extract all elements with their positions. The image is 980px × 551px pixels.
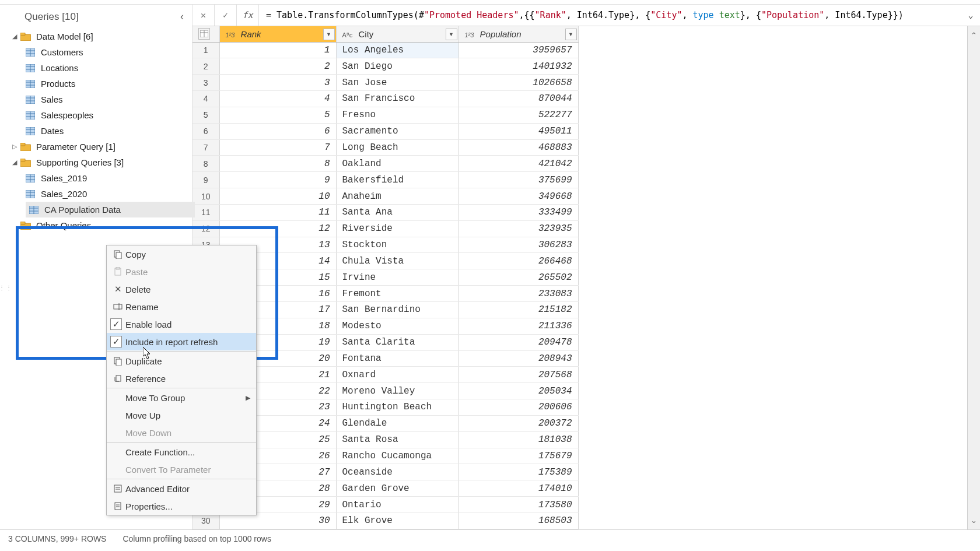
- query-sales[interactable]: Sales: [7, 92, 192, 107]
- cancel-formula-icon[interactable]: ✕: [192, 5, 215, 26]
- panel-grip-dots[interactable]: ⋮⋮: [0, 285, 13, 291]
- collapse-panel-icon[interactable]: ‹: [180, 10, 184, 23]
- table-row[interactable]: 4 4 San Francisco 870044: [192, 91, 578, 107]
- cell-city[interactable]: Oceanside: [336, 464, 459, 480]
- row-header[interactable]: 6: [192, 123, 219, 139]
- cell-city[interactable]: San Jose: [336, 75, 459, 91]
- cell-city[interactable]: Bakersfield: [336, 172, 459, 188]
- row-header[interactable]: 1: [192, 42, 219, 58]
- cell-city[interactable]: Elk Grove: [336, 513, 459, 529]
- column-filter-icon[interactable]: ▼: [565, 29, 577, 40]
- menu-delete[interactable]: ✕ Delete: [107, 280, 256, 298]
- formula-text[interactable]: = Table.TransformColumnTypes(#"Promoted …: [259, 10, 961, 20]
- cell-rank[interactable]: 5: [219, 107, 336, 123]
- cell-rank[interactable]: 11: [219, 204, 336, 220]
- cell-city[interactable]: San Diego: [336, 58, 459, 75]
- cell-city[interactable]: Huntington Beach: [336, 399, 459, 416]
- commit-formula-icon[interactable]: ✓: [215, 5, 237, 26]
- row-header[interactable]: 11: [192, 204, 219, 220]
- cell-city[interactable]: Stockton: [336, 237, 459, 253]
- menu-create-function[interactable]: Create Function...: [107, 443, 256, 461]
- cell-city[interactable]: Oxnard: [336, 367, 459, 383]
- menu-enable-load[interactable]: ✓ Enable load: [107, 315, 256, 333]
- cell-population[interactable]: 3959657: [459, 42, 578, 58]
- cell-city[interactable]: San Bernardino: [336, 302, 459, 318]
- cell-population[interactable]: 200372: [459, 415, 578, 431]
- menu-advanced-editor[interactable]: Advanced Editor: [107, 480, 256, 497]
- cell-population[interactable]: 421042: [459, 156, 578, 172]
- row-header[interactable]: 7: [192, 139, 219, 156]
- cell-city[interactable]: Moreno Valley: [336, 383, 459, 399]
- row-header[interactable]: 2: [192, 58, 219, 75]
- cell-city[interactable]: Rancho Cucamonga: [336, 448, 459, 464]
- table-row[interactable]: 7 7 Long Beach 468883: [192, 139, 578, 156]
- checkbox-checked-icon[interactable]: ✓: [110, 336, 122, 348]
- cell-city[interactable]: Garden Grove: [336, 480, 459, 497]
- table-row[interactable]: 3 3 San Jose 1026658: [192, 75, 578, 91]
- query-locations[interactable]: Locations: [7, 60, 192, 76]
- cell-population[interactable]: 333499: [459, 204, 578, 220]
- table-row[interactable]: 5 5 Fresno 522277: [192, 107, 578, 123]
- cell-rank[interactable]: 6: [219, 123, 336, 139]
- cell-city[interactable]: Fremont: [336, 286, 459, 302]
- menu-include-in-report-refresh[interactable]: ✓ Include in report refresh: [107, 333, 256, 350]
- cell-rank[interactable]: 3: [219, 75, 336, 91]
- cell-rank[interactable]: 12: [219, 220, 336, 237]
- table-row[interactable]: 9 9 Bakersfield 375699: [192, 172, 578, 188]
- cell-population[interactable]: 233083: [459, 286, 578, 302]
- cell-population[interactable]: 375699: [459, 172, 578, 188]
- cell-city[interactable]: Santa Rosa: [336, 431, 459, 448]
- cell-city[interactable]: Chula Vista: [336, 253, 459, 269]
- cell-city[interactable]: Ontario: [336, 497, 459, 513]
- cell-population[interactable]: 208943: [459, 350, 578, 367]
- cell-population[interactable]: 522277: [459, 107, 578, 123]
- table-row[interactable]: 6 6 Sacramento 495011: [192, 123, 578, 139]
- checkbox-checked-icon[interactable]: ✓: [110, 318, 122, 330]
- cell-population[interactable]: 870044: [459, 91, 578, 107]
- query-salespeoples[interactable]: Salespeoples: [7, 107, 192, 123]
- cell-city[interactable]: Long Beach: [336, 139, 459, 156]
- cell-population[interactable]: 349668: [459, 188, 578, 205]
- column-filter-icon[interactable]: ▼: [446, 29, 457, 40]
- query-sales-2020[interactable]: Sales_2020: [7, 186, 192, 202]
- row-header[interactable]: 10: [192, 188, 219, 205]
- cell-population[interactable]: 174010: [459, 480, 578, 497]
- menu-move-up[interactable]: Move Up: [107, 406, 256, 424]
- menu-reference[interactable]: Reference: [107, 370, 256, 387]
- cell-population[interactable]: 168503: [459, 513, 578, 529]
- cell-city[interactable]: Santa Ana: [336, 204, 459, 220]
- cell-city[interactable]: Sacramento: [336, 123, 459, 139]
- cell-population[interactable]: 323935: [459, 220, 578, 237]
- fx-icon[interactable]: fx: [237, 5, 259, 26]
- cell-population[interactable]: 468883: [459, 139, 578, 156]
- cell-city[interactable]: Riverside: [336, 220, 459, 237]
- row-header[interactable]: 5: [192, 107, 219, 123]
- cell-population[interactable]: 207568: [459, 367, 578, 383]
- cell-city[interactable]: Fontana: [336, 350, 459, 367]
- table-row[interactable]: 10 10 Anaheim 349668: [192, 188, 578, 205]
- cell-rank[interactable]: 4: [219, 91, 336, 107]
- cell-population[interactable]: 175679: [459, 448, 578, 464]
- cell-city[interactable]: Santa Clarita: [336, 334, 459, 350]
- query-products[interactable]: Products: [7, 76, 192, 92]
- menu-properties[interactable]: Properties...: [107, 497, 256, 515]
- cell-rank[interactable]: 7: [219, 139, 336, 156]
- table-row[interactable]: 8 8 Oakland 421042: [192, 156, 578, 172]
- cell-population[interactable]: 181038: [459, 431, 578, 448]
- cell-rank[interactable]: 8: [219, 156, 336, 172]
- cell-rank[interactable]: 2: [219, 58, 336, 75]
- cell-population[interactable]: 495011: [459, 123, 578, 139]
- row-header[interactable]: 9: [192, 172, 219, 188]
- cell-population[interactable]: 200606: [459, 399, 578, 416]
- cell-population[interactable]: 211336: [459, 318, 578, 334]
- cell-population[interactable]: 306283: [459, 237, 578, 253]
- query-customers[interactable]: Customers: [7, 44, 192, 60]
- cell-rank[interactable]: 9: [219, 172, 336, 188]
- table-row[interactable]: 11 11 Santa Ana 333499: [192, 204, 578, 220]
- query-ca-population-data[interactable]: CA Population Data: [26, 202, 195, 217]
- cell-rank[interactable]: 1: [219, 42, 336, 58]
- menu-move-to-group[interactable]: Move To Group ▶: [107, 389, 256, 406]
- cell-population[interactable]: 215182: [459, 302, 578, 318]
- cell-city[interactable]: Los Angeles: [336, 42, 459, 58]
- cell-rank[interactable]: 10: [219, 188, 336, 205]
